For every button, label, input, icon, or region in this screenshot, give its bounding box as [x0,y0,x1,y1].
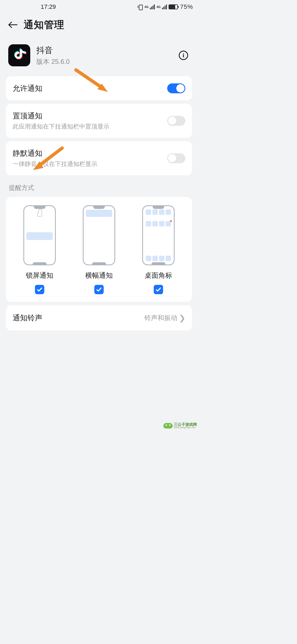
card-silent-notifications: 静默通知 一律静音，仅在下拉通知栏显示 [6,141,192,175]
app-info-icon[interactable]: i [179,51,188,60]
pin-sub: 此应用通知在下拉通知栏中置顶显示 [13,122,167,131]
pin-label: 置顶通知 [13,111,167,121]
ringtone-value: 铃声和振动 [144,313,177,322]
app-version: 版本 25.6.0 [36,57,179,66]
allow-notifications-switch[interactable] [167,83,185,93]
pin-notifications-switch[interactable] [167,116,185,126]
lockscreen-checkbox[interactable] [35,285,44,294]
battery-percent: 75% [180,3,193,10]
badge-preview-icon [142,205,175,265]
watermark-name: 三公子游戏网 [174,422,197,426]
signal-2: 4G [156,4,167,9]
row-ringtone[interactable]: 通知铃声 铃声和振动 ❯ [6,305,192,331]
watermark: 三公子游戏网 www.sangongzi.net [163,422,197,429]
row-allow-notifications[interactable]: 允许通知 [6,76,192,100]
badge-checkbox[interactable] [154,285,163,294]
lock-icon [37,212,42,217]
alert-option-badge[interactable]: 桌面角标 [129,205,188,294]
status-bar: 17:29 4G 4G 75% [0,0,198,14]
battery-icon [169,4,178,9]
status-icons: 4G 4G 75% [138,3,193,10]
back-button[interactable] [8,20,18,31]
silent-notifications-switch[interactable] [167,153,185,163]
silent-label: 静默通知 [13,148,167,158]
app-icon-douyin [8,44,30,66]
card-ringtone: 通知铃声 铃声和振动 ❯ [6,305,192,331]
chevron-right-icon: ❯ [179,313,185,323]
app-name: 抖音 [36,45,179,56]
lockscreen-label: 锁屏通知 [26,271,53,280]
row-silent-notifications[interactable]: 静默通知 一律静音，仅在下拉通知栏显示 [6,141,192,175]
app-info-row: 抖音 版本 25.6.0 i [0,38,198,73]
banner-preview-icon [83,205,115,265]
watermark-logo-icon [163,423,173,429]
banner-checkbox[interactable] [94,285,104,294]
alert-option-lockscreen[interactable]: 锁屏通知 [10,205,69,294]
card-pin-notifications: 置顶通知 此应用通知在下拉通知栏中置顶显示 [6,104,192,138]
badge-dot-icon [166,221,171,227]
card-allow-notifications: 允许通知 [6,76,192,100]
watermark-url: www.sangongzi.net [174,426,197,429]
status-time: 17:29 [41,3,56,10]
section-alert-modes: 提醒方式 [0,179,198,195]
page-header: 通知管理 [0,14,198,38]
badge-label: 桌面角标 [145,271,172,280]
allow-label: 允许通知 [13,83,167,93]
card-alert-modes: 锁屏通知 横幅通知 桌面角标 [6,197,192,302]
vibrate-icon [138,4,143,10]
alert-option-banner[interactable]: 横幅通知 [70,205,128,294]
row-pin-notifications[interactable]: 置顶通知 此应用通知在下拉通知栏中置顶显示 [6,104,192,138]
silent-sub: 一律静音，仅在下拉通知栏显示 [13,160,167,168]
page-title: 通知管理 [24,18,64,32]
lockscreen-preview-icon [23,205,56,265]
signal-1: 4G [145,4,155,9]
banner-label: 横幅通知 [85,271,113,280]
ringtone-label: 通知铃声 [13,313,144,323]
